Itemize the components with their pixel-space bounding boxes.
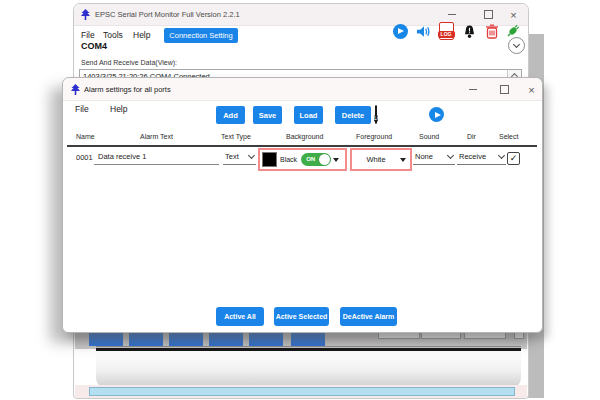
- active-selected-button[interactable]: Active Selected: [274, 307, 329, 326]
- dialog-minimize-button[interactable]: [465, 82, 480, 97]
- dialog-menu-help[interactable]: Help: [110, 104, 127, 114]
- toggle-on-label: ON: [306, 156, 315, 162]
- foreground-dropdown[interactable]: White: [350, 148, 412, 171]
- maximize-button[interactable]: [481, 7, 496, 22]
- col-header-alarm-text: Alarm Text: [140, 133, 173, 140]
- screen: EPSC Serial Port Monitor Full Version 2.…: [0, 0, 600, 400]
- col-header-sound: Sound: [419, 133, 439, 140]
- data-panel: [96, 348, 521, 388]
- minimize-button[interactable]: [444, 7, 459, 22]
- background-group: Black ON: [258, 148, 347, 171]
- alarm-text-input[interactable]: [94, 148, 219, 165]
- bottom-button[interactable]: [291, 333, 325, 346]
- dir-value: Receive: [459, 152, 486, 161]
- log-file-icon[interactable]: LOG: [438, 23, 454, 39]
- row-name: 0001: [76, 153, 93, 162]
- col-header-dir: Dir: [467, 133, 476, 140]
- menu-file[interactable]: File: [81, 30, 95, 40]
- add-button[interactable]: Add: [216, 106, 245, 124]
- background-color-name: Black: [280, 156, 297, 163]
- dialog-maximize-button[interactable]: [497, 82, 512, 97]
- menu-tools[interactable]: Tools: [103, 30, 123, 40]
- load-button[interactable]: Load: [294, 106, 323, 124]
- chevron-down-icon: [400, 158, 406, 162]
- menu-help[interactable]: Help: [133, 30, 150, 40]
- speaker-icon[interactable]: [415, 23, 431, 39]
- alarm-settings-dialog: Alarm settings for all ports × File Help…: [62, 77, 543, 333]
- foreground-value: White: [352, 155, 400, 164]
- send-input-bar[interactable]: [89, 387, 515, 396]
- main-window-title: EPSC Serial Port Monitor Full Version 2.…: [95, 10, 240, 19]
- dialog-menu-file[interactable]: File: [75, 104, 89, 114]
- view-section-label: Send And Receive Data(View):: [81, 59, 177, 66]
- delete-button[interactable]: Delete: [335, 106, 371, 124]
- log-file-icon[interactable]: LOG: [375, 106, 377, 124]
- dialog-titlebar[interactable]: Alarm settings for all ports ×: [63, 78, 542, 101]
- dialog-close-button[interactable]: ×: [524, 82, 539, 97]
- dialog-title: Alarm settings for all ports: [84, 85, 171, 94]
- play-icon[interactable]: [429, 107, 444, 122]
- app-tree-icon: [70, 84, 81, 95]
- sound-dropdown[interactable]: None: [413, 149, 455, 165]
- panel-divider: [96, 346, 521, 347]
- deactive-alarm-button[interactable]: DeActive Alarm: [340, 307, 397, 326]
- close-button[interactable]: ×: [506, 7, 521, 22]
- alarm-bell-icon[interactable]: [461, 23, 477, 39]
- col-header-background: Background: [286, 133, 323, 140]
- main-titlebar[interactable]: EPSC Serial Port Monitor Full Version 2.…: [74, 4, 528, 26]
- text-type-dropdown[interactable]: Text: [223, 149, 256, 165]
- bottom-button[interactable]: [169, 333, 203, 346]
- sound-value: None: [415, 152, 433, 161]
- header-rule: [67, 145, 537, 147]
- save-button[interactable]: Save: [253, 106, 282, 124]
- trash-icon[interactable]: [484, 23, 500, 39]
- toggle-knob[interactable]: [319, 154, 330, 165]
- bottom-button[interactable]: [209, 333, 243, 346]
- app-tree-icon: [80, 9, 91, 20]
- active-all-button[interactable]: Active All: [216, 307, 264, 326]
- expander-chevron-icon[interactable]: [508, 37, 525, 54]
- col-header-text-type: Text Type: [221, 133, 251, 140]
- col-header-name: Name: [76, 133, 95, 140]
- bottom-button[interactable]: [249, 333, 283, 346]
- dir-dropdown[interactable]: Receive: [457, 149, 506, 165]
- select-checkbox[interactable]: ✓: [507, 152, 520, 165]
- background-swatch[interactable]: [262, 152, 277, 167]
- col-header-foreground: Foreground: [356, 133, 392, 140]
- connection-setting-button[interactable]: Connection Setting: [164, 28, 238, 43]
- play-icon[interactable]: [392, 23, 408, 39]
- background-toggle[interactable]: ON: [301, 153, 331, 166]
- bottom-button[interactable]: [89, 333, 123, 346]
- port-label: COM4: [81, 41, 107, 51]
- toggle-dropdown-icon[interactable]: [333, 158, 339, 162]
- text-type-value: Text: [225, 152, 239, 161]
- bottom-button[interactable]: [129, 333, 163, 346]
- col-header-select: Select: [499, 133, 518, 140]
